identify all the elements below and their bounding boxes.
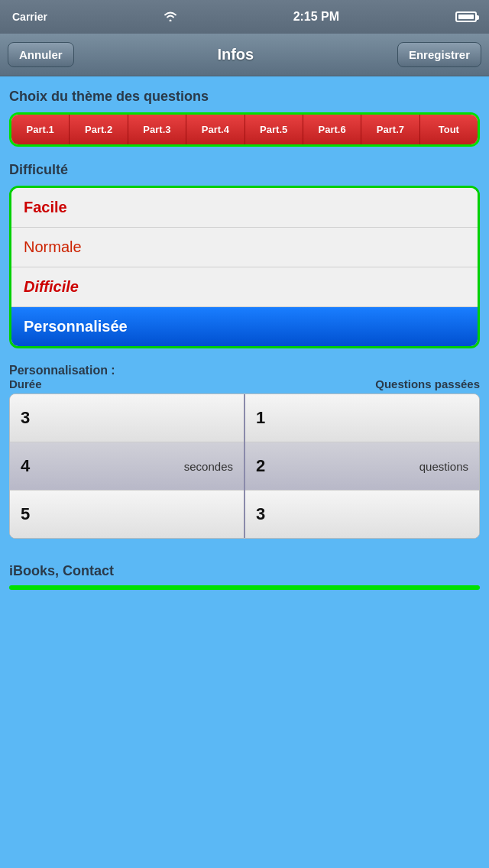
questions-unit-2: questions <box>419 460 468 473</box>
part-2-button[interactable]: Part.2 <box>70 115 128 144</box>
picker-row-duree-3[interactable]: 5 <box>10 491 244 538</box>
nav-title: Infos <box>217 46 254 63</box>
perso-sublabels: Durée Questions passées <box>9 377 480 390</box>
duree-label: Durée <box>9 377 244 390</box>
picker-col-duree: 3 4 secondes 5 <box>10 394 245 538</box>
ibooks-bar <box>9 585 480 590</box>
time-label: 2:15 PM <box>293 10 339 24</box>
ibooks-title: iBooks, Contact <box>0 563 489 579</box>
part-7-button[interactable]: Part.7 <box>361 115 419 144</box>
parts-selector: Part.1 Part.2 Part.3 Part.4 Part.5 Part.… <box>9 112 480 147</box>
carrier-label: Carrier <box>12 11 47 23</box>
part-3-button[interactable]: Part.3 <box>128 115 186 144</box>
questions-val-1: 1 <box>256 408 265 428</box>
questions-label: Questions passées <box>244 377 480 390</box>
difficulty-selector: Facile Normale Difficile Personnalisée <box>9 186 480 348</box>
difficulty-facile[interactable]: Facile <box>11 188 478 228</box>
duree-val-3: 5 <box>21 504 30 524</box>
battery-icon <box>455 11 477 22</box>
picker-row-questions-3[interactable]: 3 <box>245 491 479 538</box>
nav-bar: Annuler Infos Enregistrer <box>0 34 489 76</box>
picker-row-duree-1[interactable]: 3 <box>10 394 244 442</box>
questions-val-3: 3 <box>256 504 265 524</box>
part-1-button[interactable]: Part.1 <box>11 115 70 144</box>
theme-section-title: Choix du thème des questions <box>9 89 480 105</box>
picker-row-questions-2[interactable]: 2 questions <box>245 442 479 491</box>
cancel-button[interactable]: Annuler <box>8 42 74 67</box>
questions-val-2: 2 <box>256 456 265 476</box>
picker-col-questions: 1 2 questions 3 <box>245 394 479 538</box>
part-4-button[interactable]: Part.4 <box>186 115 244 144</box>
difficulty-section-title: Difficulté <box>9 162 480 178</box>
ibooks-section: iBooks, Contact <box>0 559 489 590</box>
perso-section: Personnalisation : Durée Questions passé… <box>9 364 480 539</box>
perso-title: Personnalisation : <box>9 364 480 377</box>
part-5-button[interactable]: Part.5 <box>245 115 303 144</box>
part-tout-button[interactable]: Tout <box>420 115 478 144</box>
wifi-icon <box>164 11 177 24</box>
save-button[interactable]: Enregistrer <box>397 42 481 67</box>
main-content: Choix du thème des questions Part.1 Part… <box>0 76 489 559</box>
difficulty-difficile[interactable]: Difficile <box>11 267 478 307</box>
picker-row-questions-1[interactable]: 1 <box>245 394 479 442</box>
duree-val-1: 3 <box>21 408 30 428</box>
picker-row-duree-2[interactable]: 4 secondes <box>10 442 244 491</box>
difficulty-personnalisee[interactable]: Personnalisée <box>11 307 478 346</box>
difficulty-normale[interactable]: Normale <box>11 228 478 267</box>
duree-unit-2: secondes <box>184 460 233 473</box>
duree-val-2: 4 <box>21 456 30 476</box>
picker-table: 3 4 secondes 5 1 2 <box>9 394 480 539</box>
status-bar: Carrier 2:15 PM <box>0 0 489 34</box>
part-6-button[interactable]: Part.6 <box>303 115 361 144</box>
